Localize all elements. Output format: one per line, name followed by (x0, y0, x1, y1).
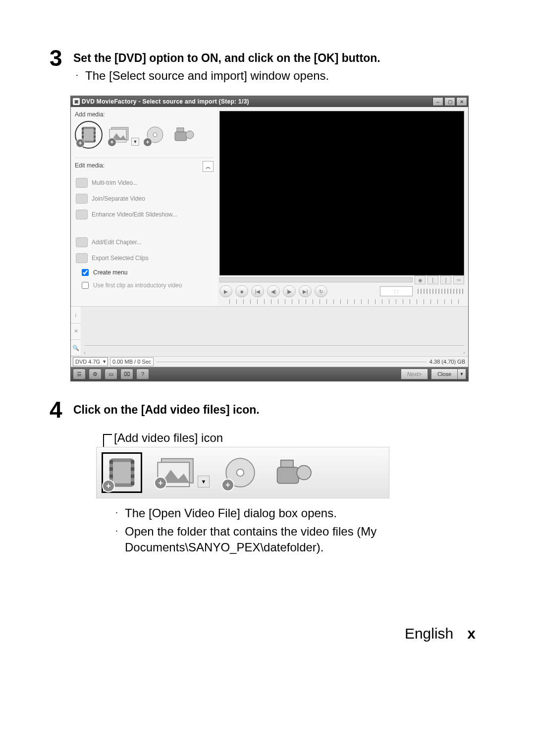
minimize-button[interactable]: – (432, 97, 443, 106)
scissors-icon (76, 178, 88, 188)
prev-icon: ◀| (271, 289, 276, 294)
scroll-left-icon[interactable]: ‹ (84, 349, 86, 355)
help-button[interactable]: ? (136, 369, 149, 379)
timecode-field[interactable]: : : (380, 286, 413, 296)
info-tool-button[interactable]: i (71, 307, 81, 323)
page-number: x (467, 625, 476, 642)
export-selected-clips-item[interactable]: Export Selected Clips (75, 250, 214, 266)
stop-button[interactable]: ■ (235, 285, 248, 297)
create-menu-checkbox-row[interactable]: Create menu (75, 266, 214, 279)
svg-rect-4 (82, 136, 84, 138)
play-icon: ▶ (224, 289, 228, 294)
edit-media-label: Edit media: (75, 162, 105, 169)
next-icon: |▶ (287, 289, 292, 294)
dropdown-chevron-icon[interactable]: ▼ (131, 138, 139, 146)
svg-rect-26 (131, 475, 134, 478)
volume-slider[interactable] (418, 289, 464, 294)
use-first-clip-checkbox[interactable] (82, 282, 89, 289)
plus-badge-icon: + (143, 138, 152, 147)
mark-in-button[interactable]: [ (428, 275, 438, 284)
snapshot-button[interactable]: ◉ (415, 275, 426, 284)
next-button[interactable]: Next> (401, 369, 428, 379)
import-from-disc-button-zoom[interactable]: + (222, 455, 258, 490)
next-frame-button[interactable]: |▶ (283, 285, 296, 297)
list-icon: ☰ (77, 371, 82, 378)
add-video-files-button[interactable]: + (75, 121, 103, 149)
first-frame-button[interactable]: |◀ (251, 285, 264, 297)
last-icon: ▶| (303, 289, 308, 294)
collapse-button[interactable]: ︽ (203, 161, 214, 172)
svg-rect-25 (131, 468, 134, 471)
add-edit-chapter-item[interactable]: Add/Edit Chapter... (75, 234, 214, 250)
page: 3 Set the [DVD] option to ON, and click … (0, 0, 535, 672)
plus-badge-icon: + (102, 480, 115, 492)
seek-slider[interactable] (219, 277, 413, 282)
page-footer: English x (50, 625, 485, 642)
chapter-icon (76, 237, 88, 247)
capture-from-device-button-zoom[interactable] (271, 455, 316, 490)
add-photo-files-button[interactable]: + ▼ (107, 123, 131, 147)
repeat-button[interactable]: ↻ (315, 285, 327, 297)
preferences-button[interactable]: ⚙ (89, 369, 102, 379)
aspect-icon: ▭ (108, 371, 113, 378)
cut-button[interactable]: ✂ (453, 275, 464, 284)
import-from-disc-button[interactable]: + (143, 123, 167, 147)
mark-in-icon: [ (432, 277, 434, 283)
scissors-small-icon: ✂ (457, 277, 461, 283)
magnifier-icon: 🔍 (72, 345, 79, 351)
storyboard-strip[interactable]: ‹ › (81, 307, 468, 356)
svg-rect-17 (177, 128, 184, 132)
svg-rect-6 (94, 128, 96, 130)
create-menu-checkbox[interactable] (82, 269, 89, 276)
svg-point-34 (297, 466, 311, 480)
svg-rect-24 (131, 460, 134, 464)
mark-out-button[interactable]: ] (440, 275, 451, 284)
add-video-files-button-zoom[interactable]: + (102, 452, 142, 493)
titlebar: ▣ DVD MovieFactory - Select source and i… (71, 96, 468, 107)
right-panel: ◉ [ ] ✂ ▶ ■ |◀ ◀| |▶ ▶| ↻ : : (217, 107, 468, 306)
disc-type-combo[interactable]: DVD 4.7G ▼ (73, 357, 108, 366)
close-button[interactable]: Close (431, 369, 458, 379)
delete-x-icon: ✕ (74, 328, 78, 334)
join-separate-video-item[interactable]: Join/Separate Video (75, 191, 214, 207)
dropdown-chevron-icon[interactable]: ▼ (198, 476, 210, 487)
maximize-button[interactable]: ▢ (444, 97, 455, 106)
svg-rect-21 (109, 468, 113, 471)
seek-row: ◉ [ ] ✂ (219, 276, 464, 283)
svg-point-16 (186, 131, 194, 139)
aspect-button[interactable]: ▭ (105, 369, 117, 379)
last-frame-button[interactable]: ▶| (299, 285, 312, 297)
multi-trim-video-item[interactable]: Multi-trim Video... (75, 175, 214, 191)
svg-rect-20 (109, 460, 113, 464)
prev-frame-button[interactable]: ◀| (267, 285, 280, 297)
mark-out-icon: ] (445, 277, 447, 283)
play-button[interactable]: ▶ (219, 285, 232, 297)
disc-used-box: 0.00 MB / 0 Sec (110, 357, 154, 366)
callout-text: [Add video files] icon (114, 431, 223, 444)
step-4-bullets: The [Open Video File] dialog box opens. … (113, 505, 485, 555)
enhance-video-item[interactable]: Enhance Video/Edit Slideshow... (75, 207, 214, 222)
close-window-button[interactable]: ✕ (456, 97, 467, 106)
step-4-bullet-1: The [Open Video File] dialog box opens. (125, 505, 485, 521)
scroll-right-icon[interactable]: › (463, 349, 465, 355)
callout-label: [Add video files] icon (103, 431, 485, 445)
step-4-body: Click on the [Add video files] icon. (73, 401, 485, 417)
app-window: ▣ DVD MovieFactory - Select source and i… (70, 96, 469, 381)
disc-total-value: 4.38 (4.70) GB (429, 359, 468, 365)
plus-badge-icon: + (76, 139, 85, 148)
add-photo-files-button-zoom[interactable]: + ▼ (155, 457, 198, 488)
zoom-tool-button[interactable]: 🔍 (71, 340, 81, 356)
step-3-bullets: The [Select source and import] window op… (73, 68, 485, 84)
svg-rect-22 (109, 475, 113, 478)
project-settings-button[interactable]: ☰ (73, 369, 86, 379)
use-first-clip-checkbox-row[interactable]: Use first clip as introductory video (75, 279, 214, 292)
create-menu-label: Create menu (93, 269, 127, 276)
tv-safe-button[interactable]: ⌧ (120, 369, 133, 379)
step-3-bullet-1: The [Select source and import] window op… (85, 68, 485, 84)
chevron-down-icon: ▼ (460, 372, 464, 377)
capture-from-device-button[interactable] (172, 123, 196, 147)
delete-tool-button[interactable]: ✕ (71, 324, 81, 340)
svg-point-32 (237, 469, 244, 476)
close-dropdown[interactable]: ▼ (458, 369, 466, 379)
svg-rect-27 (131, 482, 134, 485)
